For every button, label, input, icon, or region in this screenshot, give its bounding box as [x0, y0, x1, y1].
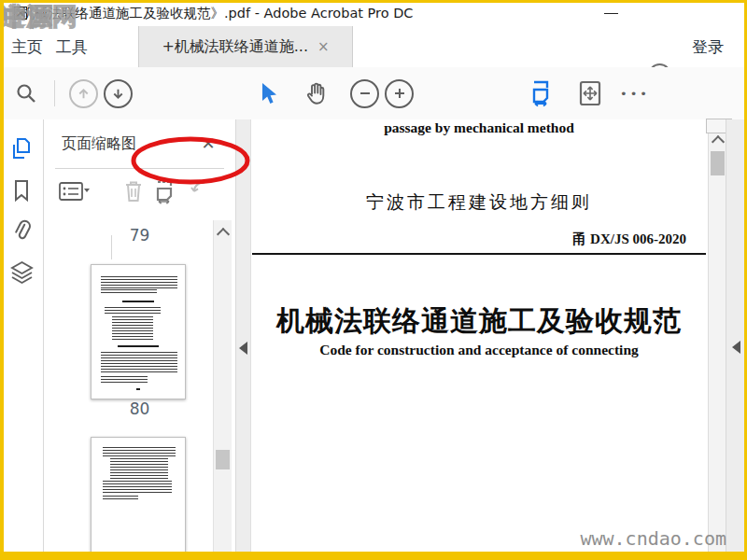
chevron-up-icon	[216, 228, 229, 241]
close-icon: ✕	[14, 6, 27, 21]
thumbnail-heading-bar	[118, 345, 159, 347]
arrow-up-icon	[69, 79, 98, 108]
document-scrollbar[interactable]	[708, 119, 726, 560]
toolbar-separator	[54, 80, 55, 106]
thumbnail-text-lines	[101, 352, 177, 374]
thumbnail-page-80[interactable]	[91, 264, 186, 399]
fit-page-button[interactable]	[573, 67, 607, 119]
tab-close-icon[interactable]: ×	[317, 38, 330, 55]
thumbnail-text-lines	[101, 289, 157, 294]
collapse-panel-right-icon[interactable]	[732, 341, 740, 354]
document-scrollbar-thumb[interactable]	[711, 151, 725, 175]
panel-collapse-strip-left	[236, 119, 251, 560]
thumbnails-scrollbar-thumb[interactable]	[216, 450, 230, 469]
thumbnails-panel-title: 页面缩略图	[62, 134, 136, 154]
thumbnail-text-lines	[110, 458, 168, 479]
window-title: 《机械法联络通道施工及验收规范》.pdf - Adobe Acrobat Pro…	[7, 5, 413, 22]
resize-pages-icon	[154, 178, 182, 204]
acrobat-window: 《机械法联络通道施工及验收规范》.pdf - Adobe Acrobat Pro…	[0, 0, 747, 560]
thumbnails-toolbar	[44, 175, 235, 207]
tab-bar: 主页 工具 +机械法联络通道施... × ? 登录	[0, 26, 747, 68]
panel-close-button[interactable]: ✕	[196, 131, 220, 155]
attachments-panel-button[interactable]	[0, 215, 43, 248]
bookmark-icon	[12, 179, 31, 203]
previous-page-button[interactable]	[67, 67, 99, 119]
fit-page-icon	[577, 79, 603, 107]
zoom-in-button[interactable]	[384, 67, 415, 119]
thumbnail-list-lines	[112, 316, 153, 341]
document-tab[interactable]: +机械法联络通道施... ×	[138, 26, 353, 67]
rotate-icon	[190, 179, 210, 203]
thumbnail-page-81[interactable]	[91, 437, 186, 560]
rotate-pages-button[interactable]	[190, 175, 210, 207]
arrow-down-icon	[104, 79, 133, 108]
panel-divider	[55, 168, 224, 169]
minimize-button[interactable]	[590, 0, 631, 26]
tab-tools[interactable]: 工具	[56, 26, 88, 67]
minus-icon	[350, 79, 379, 108]
options-list-icon	[59, 181, 91, 202]
document-subtitle-en-2: passage by mechanical method	[251, 119, 707, 136]
layers-icon	[10, 260, 34, 286]
layers-panel-button[interactable]	[0, 256, 43, 289]
search-icon	[15, 82, 37, 105]
document-page[interactable]: 宁波市工程建设地方细则 甬 DX/JS 006-2020 机械法联络通道施工及验…	[251, 119, 707, 560]
thumbnail-text-lines	[101, 276, 177, 288]
main-toolbar: / 114 43.3%	[0, 67, 747, 120]
minimize-icon	[604, 13, 618, 14]
pointer-icon	[259, 82, 279, 105]
capture-frame-left	[0, 0, 4, 560]
close-button[interactable]: ✕	[0, 0, 41, 26]
fit-width-button[interactable]	[527, 67, 560, 119]
delete-pages-button[interactable]	[122, 175, 145, 207]
document-standard-code: 甬 DX/JS 006-2020	[572, 231, 686, 248]
collapse-panel-left-icon[interactable]	[239, 342, 247, 355]
page-thumbnails-icon	[10, 137, 33, 161]
thumbnail-text-lines	[101, 376, 148, 384]
thumbnail-text-lines	[103, 481, 172, 494]
scroll-up-button[interactable]	[214, 226, 232, 243]
thumbnail-text-lines	[105, 307, 161, 315]
title-bar: 《机械法联络通道施工及验收规范》.pdf - Adobe Acrobat Pro…	[0, 0, 747, 26]
thumbnail-heading-bar	[122, 301, 154, 302]
document-tab-label: +机械法联络通道施...	[162, 37, 308, 57]
thumbnail-page-number-dot	[136, 388, 140, 390]
sign-in-button[interactable]: 登录	[692, 26, 724, 67]
document-header-rule	[252, 253, 706, 255]
hand-tool-button[interactable]	[299, 67, 332, 119]
thumbnail-page-label-79: 79	[44, 226, 235, 245]
resize-thumbnails-button[interactable]	[154, 175, 182, 207]
thumbnail-page-label-80: 80	[44, 399, 235, 418]
thumbnail-text-lines	[103, 496, 138, 500]
document-main-title: 机械法联络通道施工及验收规范	[251, 302, 707, 341]
capture-frame-top	[0, 0, 747, 3]
plus-icon	[385, 79, 414, 108]
thumbnails-panel: 页面缩略图 ✕	[44, 119, 236, 560]
fit-width-icon	[530, 79, 557, 107]
document-region-header: 宁波市工程建设地方细则	[251, 190, 707, 215]
thumbnails-scrollbar[interactable]	[213, 220, 232, 560]
next-page-button[interactable]	[102, 67, 134, 119]
select-tool-button[interactable]	[254, 67, 284, 119]
navigation-icon-strip	[0, 119, 44, 560]
chevron-up-icon	[711, 135, 724, 148]
thumbnail-options-button[interactable]	[59, 175, 91, 207]
document-scroll-up-button[interactable]	[709, 134, 726, 149]
trash-icon	[122, 179, 145, 203]
page-thumbnails-panel-button[interactable]	[0, 133, 43, 166]
content-area: 页面缩略图 ✕	[0, 119, 747, 560]
tab-home[interactable]: 主页	[11, 26, 43, 67]
thumbnail-text-lines	[103, 447, 176, 456]
more-tools-button[interactable]: •••	[616, 67, 654, 119]
search-button[interactable]	[11, 67, 41, 119]
paperclip-icon	[10, 219, 33, 244]
bookmarks-panel-button[interactable]	[0, 174, 43, 207]
hand-icon	[303, 80, 329, 106]
capture-frame-bottom	[0, 552, 747, 560]
document-subtitle-en-1: Code for construction and acceptance of …	[251, 342, 707, 358]
zoom-out-button[interactable]	[349, 67, 380, 119]
